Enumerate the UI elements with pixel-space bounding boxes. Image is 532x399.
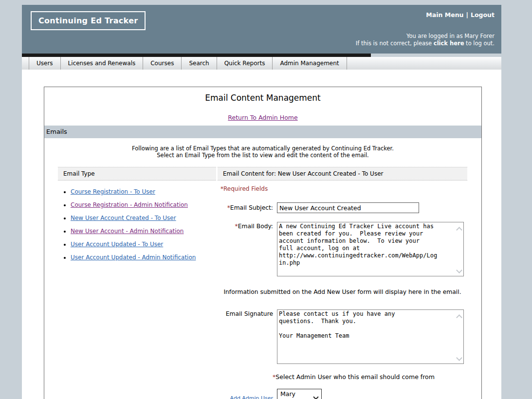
email-editor-panel: Email Content for: New User Account Crea… bbox=[218, 167, 467, 399]
subject-label: *Email Subject: bbox=[218, 204, 277, 211]
admin-note-text: Select Admin User who this email should … bbox=[275, 373, 435, 381]
email-type-item: New User Account Created - To User bbox=[71, 215, 216, 221]
instructions: Following are a list of Email Types that… bbox=[44, 145, 481, 159]
admin-user-select[interactable]: Mary Forer bbox=[277, 389, 322, 399]
admin-user-note: *Select Admin User who this email should… bbox=[218, 373, 467, 381]
login-info: You are logged in as Mary Forer If this … bbox=[356, 33, 495, 47]
email-type-link[interactable]: New User Account - Admin Notification bbox=[71, 228, 183, 235]
email-type-list: Course Registration - To User Course Reg… bbox=[58, 188, 216, 261]
signature-label: Email Signature bbox=[218, 309, 277, 317]
email-type-item: Course Registration - To User bbox=[71, 188, 216, 195]
link-separator: | bbox=[466, 11, 468, 18]
email-subject-input[interactable] bbox=[277, 202, 419, 213]
page-title: Email Content Management bbox=[44, 93, 481, 103]
instructions-line1: Following are a list of Email Types that… bbox=[44, 145, 481, 152]
add-admin-user-link[interactable]: Add Admin User bbox=[230, 395, 273, 399]
click-here-link[interactable]: click here bbox=[434, 40, 464, 47]
email-type-item: User Account Updated - To User bbox=[71, 241, 216, 248]
email-type-item: User Account Updated - Admin Notificatio… bbox=[71, 254, 216, 261]
email-type-item: New User Account - Admin Notification bbox=[71, 228, 216, 235]
content-area: Email Content Management Return To Admin… bbox=[22, 70, 501, 399]
signature-row: Email Signature Please contact us if you… bbox=[218, 309, 467, 366]
email-type-link[interactable]: User Account Updated - Admin Notificatio… bbox=[71, 254, 196, 261]
header-links: Main Menu|Logout bbox=[426, 11, 495, 18]
body-textarea-wrap: A new Continuing Ed Tracker Live account… bbox=[277, 222, 464, 278]
body-label-text: Email Body: bbox=[238, 223, 273, 230]
admin-user-select-value: Mary Forer bbox=[280, 390, 311, 399]
logout-link[interactable]: Logout bbox=[471, 11, 495, 18]
required-fields-note: *Required Fields bbox=[220, 185, 467, 192]
subject-row: *Email Subject: bbox=[218, 202, 467, 213]
columns: Email Type Course Registration - To User… bbox=[58, 167, 467, 399]
tab-courses[interactable]: Courses bbox=[143, 57, 182, 70]
tab-licenses-and-renewals[interactable]: Licenses and Renewals bbox=[61, 57, 144, 70]
app-header: Continuing Ed Tracker Main Menu|Logout Y… bbox=[22, 5, 501, 54]
body-info-note: Information submitted on the Add New Use… bbox=[218, 289, 467, 295]
app-logo: Continuing Ed Tracker bbox=[31, 11, 146, 30]
email-type-link[interactable]: Course Registration - To User bbox=[71, 188, 155, 195]
email-type-header: Email Type bbox=[58, 167, 216, 181]
email-body-textarea[interactable]: A new Continuing Ed Tracker Live account… bbox=[277, 222, 464, 276]
signature-textarea-wrap: Please contact us if you have any questi… bbox=[277, 309, 464, 366]
email-type-link[interactable]: User Account Updated - To User bbox=[71, 241, 163, 248]
main-menu-link[interactable]: Main Menu bbox=[426, 11, 463, 18]
chevron-down-icon bbox=[313, 394, 318, 399]
logout-hint-suffix: to log out. bbox=[464, 40, 495, 47]
tab-users[interactable]: Users bbox=[29, 57, 61, 70]
add-admin-cell: Add Admin User bbox=[218, 395, 277, 399]
email-type-link[interactable]: New User Account Created - To User bbox=[71, 215, 176, 221]
logged-in-as-text: You are logged in as Mary Forer bbox=[356, 33, 495, 40]
page: Continuing Ed Tracker Main Menu|Logout Y… bbox=[22, 5, 501, 399]
body-row: *Email Body: A new Continuing Ed Tracker… bbox=[218, 222, 467, 278]
subject-label-text: Email Subject: bbox=[230, 204, 273, 211]
logout-hint-prefix: If this is not correct, please bbox=[356, 40, 434, 47]
instructions-line2: Select an Email Type from the list to vi… bbox=[44, 152, 481, 159]
tab-quick-reports[interactable]: Quick Reports bbox=[217, 57, 273, 70]
tab-search[interactable]: Search bbox=[182, 57, 217, 70]
logout-hint-text: If this is not correct, please click her… bbox=[356, 40, 495, 47]
nav-dark-strip bbox=[22, 54, 371, 57]
admin-select-row: Add Admin User Mary Forer bbox=[218, 389, 467, 399]
tab-bar: Users Licenses and RenewalsCoursesSearch… bbox=[22, 57, 501, 70]
emails-section-bar: Emails bbox=[44, 126, 481, 138]
email-content-header: Email Content for: New User Account Crea… bbox=[218, 167, 467, 181]
tab-admin-management[interactable]: Admin Management bbox=[273, 57, 347, 70]
main-box: Email Content Management Return To Admin… bbox=[44, 87, 482, 399]
email-type-panel: Email Type Course Registration - To User… bbox=[58, 167, 216, 399]
email-signature-textarea[interactable]: Please contact us if you have any questi… bbox=[277, 309, 464, 364]
email-type-link[interactable]: Course Registration - Admin Notification bbox=[71, 201, 188, 208]
return-to-admin-home-link[interactable]: Return To Admin Home bbox=[228, 114, 297, 121]
body-label: *Email Body: bbox=[218, 222, 277, 230]
return-row: Return To Admin Home bbox=[44, 112, 481, 122]
email-type-item: Course Registration - Admin Notification bbox=[71, 201, 216, 208]
